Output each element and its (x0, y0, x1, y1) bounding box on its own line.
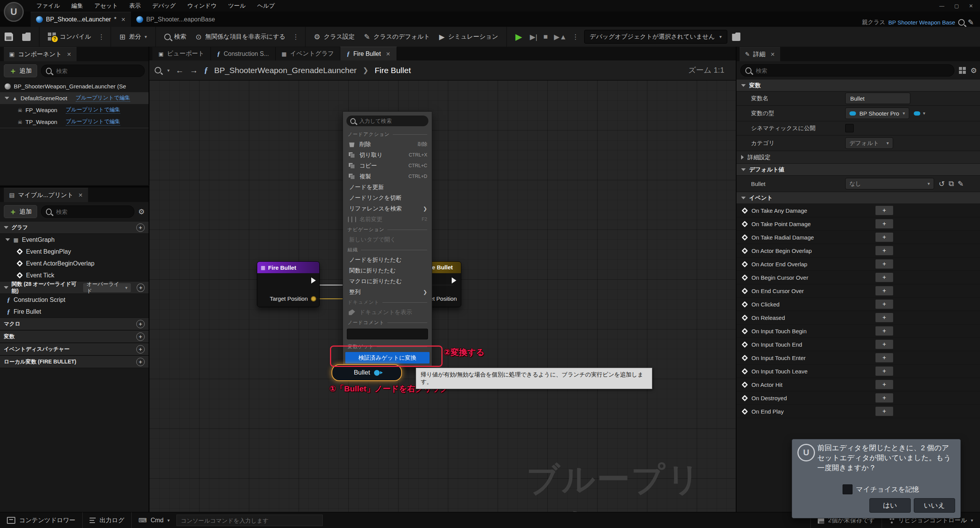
container-type-dropdown[interactable]: ▾ (914, 111, 925, 116)
components-search-input[interactable] (55, 67, 140, 75)
add-event-button[interactable]: + (875, 380, 893, 389)
parent-class-link[interactable]: BP Shooter Weapon Base (889, 19, 956, 26)
edit-in-blueprint-link[interactable]: ブループリントで編集 (66, 106, 120, 114)
hide-unrelated-button[interactable]: ⊙ 無関係な項目を非表示にする (191, 27, 290, 47)
component-row-scene-root[interactable]: ▲ DefaultSceneRoot ブループリントで編集 (0, 92, 149, 104)
asset-tab-grenade-launcher[interactable]: BP_Shoote...eLauncher * ✕ (31, 12, 131, 27)
eject-button[interactable]: ▶▲ (551, 33, 570, 41)
play-button[interactable]: ▶ (511, 27, 527, 47)
my-blueprint-search-input[interactable] (55, 208, 129, 215)
add-event-button[interactable]: + (875, 326, 893, 336)
functions-section-header[interactable]: 関数 (28 オーバーライド可能) オーバーライド ▾ + (0, 281, 149, 294)
cmd-dropdown[interactable]: ⌨ Cmd ▾ (132, 512, 176, 528)
details-search-input[interactable] (755, 67, 949, 74)
my-blueprint-tab[interactable]: ▤ マイブル...プリント ✕ (4, 188, 88, 202)
details-search[interactable] (740, 64, 954, 77)
menu-item-rename[interactable]: 名前変更F2 (343, 214, 432, 225)
menu-item-refresh-node[interactable]: ノードを更新 (343, 182, 432, 192)
display-options-icon[interactable] (959, 67, 966, 74)
zoom-search-icon[interactable] (155, 67, 161, 73)
add-macro-button[interactable]: + (136, 320, 145, 328)
simulation-button[interactable]: ▶ シミュレーション (434, 27, 503, 47)
menubar-item[interactable]: アセット (88, 2, 123, 10)
menu-item-copy[interactable]: コピーCTRL+C (343, 160, 432, 171)
hide-unrelated-kebab[interactable]: ⋮ (290, 33, 301, 41)
add-event-button[interactable]: + (875, 313, 893, 323)
menu-item-collapse-node[interactable]: ノードを折りたたむ (343, 254, 432, 265)
function-item[interactable]: ƒ Fire Bullet (0, 306, 149, 318)
close-icon[interactable]: ✕ (67, 51, 71, 57)
compile-button[interactable]: ? コンパイル (43, 27, 96, 47)
add-event-button[interactable]: + (875, 406, 893, 416)
add-variable-button[interactable]: + (136, 332, 145, 341)
menu-item-cut[interactable]: 切り取りCTRL+X (343, 150, 432, 160)
menu-item-duplicate[interactable]: 複製CTRL+D (343, 171, 432, 182)
add-event-button[interactable]: + (875, 272, 893, 282)
event-node-item[interactable]: Event ActorBeginOverlap (0, 257, 149, 269)
add-blueprint-item-button[interactable]: ＋ 追加 (4, 205, 37, 218)
expose-to-cinematics-checkbox[interactable] (845, 124, 854, 132)
menu-item-show-documentation[interactable]: ドキュメントを表示 (343, 307, 432, 318)
fire-bullet-entry-node[interactable]: ▦ Fire Bullet Target Position (257, 261, 320, 307)
components-tab[interactable]: ▣ コンポーネント ✕ (4, 47, 77, 61)
eyedropper-icon[interactable]: ✎ (958, 179, 964, 188)
exec-output-pin[interactable] (311, 277, 316, 284)
variable-name-field[interactable] (845, 93, 910, 104)
search-icon[interactable] (958, 19, 965, 26)
menubar-item[interactable]: デバッグ (147, 2, 181, 10)
find-button[interactable]: 検索 (160, 27, 191, 47)
browse-to-asset-icon[interactable]: ⧉ (949, 179, 954, 188)
tab-event-graph[interactable]: ▦ イベントグラフ (276, 47, 341, 60)
save-button[interactable] (0, 27, 18, 47)
events-section-header[interactable]: イベント (737, 192, 980, 204)
exec-output-pin[interactable] (452, 277, 456, 284)
details-tab[interactable]: ✎ 詳細 ✕ (740, 47, 780, 61)
context-menu-search[interactable] (346, 116, 428, 126)
menu-item-find-references[interactable]: リファレンスを検索❯ (343, 203, 432, 214)
close-icon[interactable]: ✕ (969, 3, 973, 9)
filter-gear-icon[interactable]: ⚙ (138, 207, 145, 216)
menubar-item[interactable]: ツール (222, 2, 252, 10)
maximize-icon[interactable]: ▢ (954, 3, 959, 9)
add-event-button[interactable]: + (875, 366, 893, 376)
close-tab-icon[interactable]: ✕ (386, 51, 390, 57)
debug-browse-button[interactable] (727, 27, 745, 47)
close-tab-icon[interactable]: ✕ (121, 16, 126, 23)
override-dropdown[interactable]: オーバーライド ▾ (83, 283, 131, 293)
menubar-item[interactable]: 表示 (124, 2, 147, 10)
tab-construction-script[interactable]: ƒ Construction S... (211, 47, 276, 60)
context-menu-search-input[interactable] (359, 117, 425, 124)
add-event-button[interactable]: + (875, 219, 893, 229)
expand-arrow-icon[interactable] (5, 97, 9, 99)
add-local-variable-button[interactable]: + (136, 358, 145, 366)
event-graph-item[interactable]: ▦ EventGraph (0, 234, 149, 246)
blueprint-graph-canvas[interactable]: ブループリント ▦ Fire Bullet Target Position 親:… (149, 80, 736, 512)
stop-button[interactable]: ■ (541, 33, 551, 41)
use-selected-icon[interactable]: ↺ (939, 179, 945, 188)
content-drawer-button[interactable]: コンテンツドロワー (0, 512, 82, 528)
tab-fire-bullet[interactable]: ƒ Fire Bullet ✕ (340, 47, 397, 60)
variable-type-dropdown[interactable]: BP Shooter Pro ▾ (845, 108, 909, 119)
compile-options-kebab[interactable]: ⋮ (96, 33, 107, 41)
tab-viewport[interactable]: ▣ ビューポート (152, 47, 211, 60)
variable-name-input[interactable] (849, 95, 897, 102)
minimize-icon[interactable]: — (939, 3, 944, 9)
graphs-section-header[interactable]: グラフ + (0, 221, 149, 234)
macros-section-header[interactable]: マクロ + (0, 318, 149, 330)
default-value-dropdown[interactable]: なし ▾ (845, 178, 934, 189)
function-item[interactable]: ƒ Construction Script (0, 294, 149, 306)
breadcrumb-current[interactable]: Fire Bullet (375, 66, 411, 75)
close-icon[interactable]: ✕ (78, 192, 83, 198)
debug-object-dropdown[interactable]: デバッグオブジェクトが選択されていません ▾ (584, 30, 728, 44)
add-event-button[interactable]: + (875, 286, 893, 296)
dispatchers-section-header[interactable]: イベントディスパッチャー + (0, 343, 149, 355)
menubar-item[interactable]: ファイル (31, 2, 65, 10)
menu-item-collapse-to-function[interactable]: 関数に折りたたむ (343, 265, 432, 276)
variable-section-header[interactable]: 変数 (737, 80, 980, 91)
add-event-button[interactable]: + (875, 205, 893, 215)
browse-asset-button[interactable] (18, 27, 35, 47)
class-defaults-button[interactable]: ✎ クラスのデフォルト (359, 27, 434, 47)
target-position-pin-row[interactable]: Target Position (270, 295, 316, 302)
menu-item-break-links[interactable]: ノードリンクを切断 (343, 192, 432, 203)
class-settings-button[interactable]: ⚙ クラス設定 (309, 27, 359, 47)
